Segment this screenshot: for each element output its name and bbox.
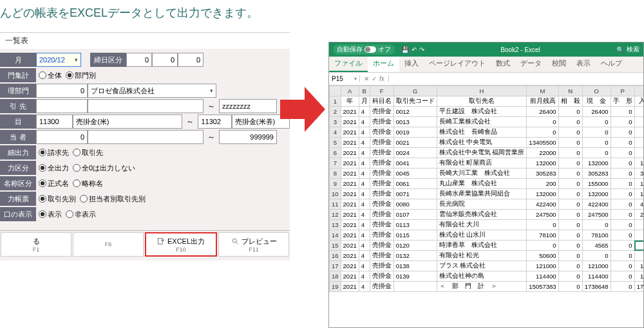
cell[interactable]: 2021 xyxy=(341,179,359,189)
cell[interactable]: 4 xyxy=(359,261,370,271)
cell[interactable]: 0 xyxy=(634,220,643,230)
cell[interactable]: 0 xyxy=(611,230,634,241)
tori-to[interactable]: zzzzzzzz xyxy=(219,99,277,113)
cell[interactable]: 売掛金 xyxy=(370,241,393,251)
cell[interactable]: 0 xyxy=(558,199,582,210)
cell[interactable]: 4 xyxy=(359,251,370,261)
tanto-to[interactable]: 999999 xyxy=(219,130,277,144)
cell[interactable]: 売掛金 xyxy=(370,199,393,210)
cell[interactable]: 121000 xyxy=(634,261,643,271)
ribbon-tab-7[interactable]: 表示 xyxy=(571,57,596,72)
cell[interactable]: 4 xyxy=(359,282,370,292)
search-box[interactable]: 🔍 検索 xyxy=(616,45,639,54)
cell[interactable]: 2021 xyxy=(341,117,359,127)
cell[interactable]: 長崎大川工業 株式会社 xyxy=(437,169,527,179)
spreadsheet-grid[interactable]: ABFGHMNOPQR1年月科目名取引先コード取引先名前月残高相 殺現 金手 形… xyxy=(329,86,643,327)
row-header[interactable]: 7 xyxy=(330,158,341,169)
cell[interactable]: 4 xyxy=(359,169,370,179)
row-header[interactable]: 8 xyxy=(330,169,341,179)
cell[interactable]: 155000 xyxy=(582,179,611,189)
cell[interactable]: 2021 xyxy=(341,251,359,261)
cell[interactable]: 0 xyxy=(582,138,611,148)
cell[interactable]: 0 xyxy=(558,107,582,117)
cell[interactable]: 155000 xyxy=(634,179,643,189)
cell[interactable]: 0 xyxy=(634,117,643,127)
cell[interactable]: 有限会社 大川 xyxy=(437,220,527,230)
cell[interactable]: 0 xyxy=(611,127,634,138)
cell[interactable]: 4 xyxy=(359,148,370,158)
column-label[interactable]: 取引先コード xyxy=(393,96,437,107)
radio-zentai[interactable]: 全体 xyxy=(39,71,62,80)
cell[interactable]: 4 xyxy=(359,179,370,189)
kanri-name[interactable]: ブロゼ食品株式会社 xyxy=(88,84,216,98)
cell[interactable]: 78100 xyxy=(582,230,611,241)
cell[interactable]: 株式会社 中央電気 xyxy=(437,138,527,148)
cell[interactable]: 0 xyxy=(582,148,611,158)
row-header[interactable]: 1 xyxy=(330,96,341,107)
cell[interactable]: 0 xyxy=(527,117,558,127)
cell[interactable]: 0 xyxy=(611,107,634,117)
save-icon[interactable]: 💾 xyxy=(401,46,409,53)
month-input[interactable]: 2020/12 xyxy=(36,53,81,67)
cell[interactable]: 0 xyxy=(611,271,634,282)
cell[interactable]: 247500 xyxy=(582,210,611,220)
cell[interactable]: 0080 xyxy=(393,199,437,210)
cell[interactable]: 2021 xyxy=(341,189,359,199)
cell[interactable]: 0 xyxy=(634,148,643,158)
cell[interactable]: 売掛金 xyxy=(370,138,393,148)
cell[interactable]: 売掛金 xyxy=(370,220,393,230)
column-label[interactable]: 前月残高 xyxy=(527,96,558,107)
cell[interactable]: 0 xyxy=(558,148,582,158)
cell[interactable]: 0021 xyxy=(393,138,437,148)
ribbon-tab-3[interactable]: ページレイアウト xyxy=(424,57,491,72)
cell[interactable]: 売掛金 xyxy=(370,158,393,169)
radio-seishiki[interactable]: 正式名 xyxy=(39,179,69,188)
cell[interactable]: 時津香草 株式会社 xyxy=(437,241,527,251)
cell[interactable]: 売掛金 xyxy=(370,179,393,189)
cell[interactable]: 0 xyxy=(558,179,582,189)
radio-tantoubetsu[interactable]: 担当者別取引先別 xyxy=(80,194,146,204)
cell[interactable]: 2021 xyxy=(341,158,359,169)
f10-excel-button[interactable]: EXCEL出力 F10 xyxy=(145,232,217,257)
ribbon-tab-4[interactable]: 数式 xyxy=(491,57,515,72)
radio-zen-out[interactable]: 全出力 xyxy=(39,163,69,173)
cell[interactable]: 0120 xyxy=(393,241,437,251)
kanri-code[interactable]: 0 xyxy=(36,84,88,98)
ribbon-tab-6[interactable]: 校閲 xyxy=(547,57,571,72)
cell[interactable]: 4 xyxy=(359,127,370,138)
cell[interactable]: 4 xyxy=(359,241,370,251)
cell[interactable]: 26400 xyxy=(634,107,643,117)
column-label[interactable]: 科目名 xyxy=(370,96,393,107)
radio-seikyusaki[interactable]: 請求先 xyxy=(39,148,69,158)
cell[interactable]: 2021 xyxy=(341,220,359,230)
cell[interactable]: 売掛金 xyxy=(370,282,393,292)
cell[interactable]: 132000 xyxy=(527,189,558,199)
cell[interactable]: 平丘建設 株式会社 xyxy=(437,107,527,117)
col-header-A[interactable]: A xyxy=(341,86,359,96)
cell[interactable]: 4 xyxy=(359,220,370,230)
cell[interactable]: 0 xyxy=(582,251,611,261)
column-label[interactable]: 取引先名 xyxy=(437,96,527,107)
cell[interactable]: 132000 xyxy=(527,158,558,169)
cell[interactable]: 売掛金 xyxy=(370,230,393,241)
row-header[interactable]: 9 xyxy=(330,179,341,189)
col-header-F[interactable]: F xyxy=(370,86,393,96)
f6-button[interactable]: F6 xyxy=(73,232,144,257)
cell[interactable]: 2021 xyxy=(341,230,359,241)
cell[interactable]: 121000 xyxy=(582,261,611,271)
cell[interactable]: 200 xyxy=(527,179,558,189)
tori-from-name[interactable] xyxy=(88,99,204,113)
f1-button[interactable]: るF1 xyxy=(1,232,71,257)
cell[interactable]: 0 xyxy=(611,148,634,158)
cell[interactable]: 0 xyxy=(558,127,582,138)
cell[interactable]: 0 xyxy=(611,199,634,210)
fx-icon[interactable]: fx xyxy=(379,75,384,82)
cell[interactable]: 売掛金 xyxy=(370,261,393,271)
cell[interactable]: 15057383 xyxy=(527,282,558,292)
cell[interactable]: 114400 xyxy=(582,271,611,282)
cell[interactable]: 0139 xyxy=(393,271,437,282)
cell[interactable]: 0 xyxy=(558,271,582,282)
cell[interactable]: 0 xyxy=(558,261,582,271)
cell[interactable]: 雲仙米販売株式会社 xyxy=(437,210,527,220)
radio-ryaku[interactable]: 略称名 xyxy=(73,179,103,188)
